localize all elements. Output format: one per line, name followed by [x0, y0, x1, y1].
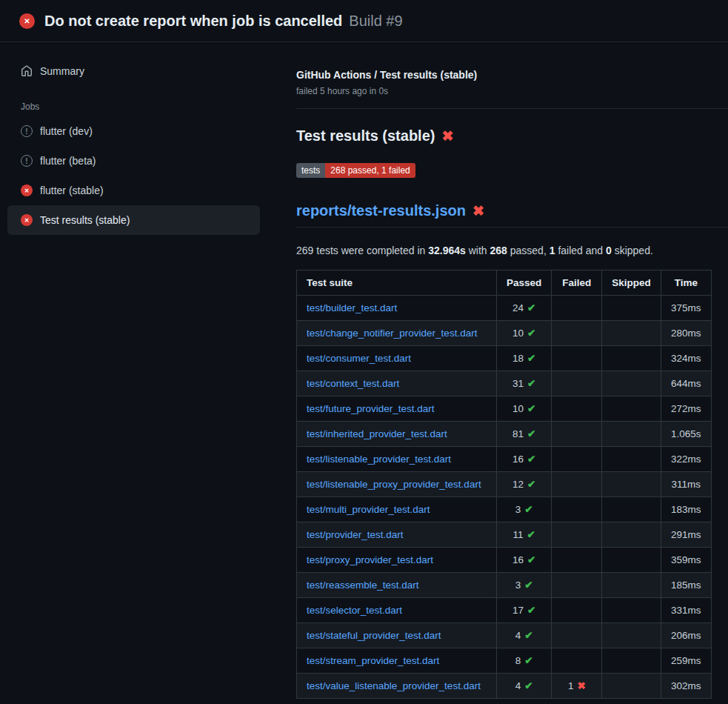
- test-suite-row: test/selector_test.dart17✔331ms: [297, 598, 712, 623]
- test-suite-link[interactable]: test/value_listenable_provider_test.dart: [307, 680, 481, 691]
- sidebar-item-flutter-stable[interactable]: ✕ flutter (stable): [7, 176, 260, 205]
- skipped-cell: [602, 623, 661, 648]
- passed-count: 10: [512, 403, 524, 414]
- suite-cell: test/value_listenable_provider_test.dart: [297, 674, 497, 699]
- time-cell: 311ms: [661, 472, 711, 497]
- time-cell: 259ms: [661, 648, 711, 674]
- badge-label: tests: [296, 163, 325, 178]
- failed-cell: [552, 598, 602, 623]
- header-time: Time: [661, 270, 711, 296]
- test-suite-link[interactable]: test/selector_test.dart: [307, 605, 402, 616]
- summary-text: 269 tests were completed in: [296, 245, 428, 256]
- test-suite-link[interactable]: test/context_test.dart: [307, 378, 399, 389]
- check-icon: ✔: [527, 302, 535, 313]
- check-icon: ✔: [524, 680, 532, 691]
- passed-count: 10: [512, 328, 524, 339]
- test-suite-link[interactable]: test/proxy_provider_test.dart: [307, 554, 433, 565]
- header-test-suite: Test suite: [297, 270, 497, 296]
- sidebar-item-flutter-dev[interactable]: ! flutter (dev): [7, 116, 260, 146]
- x-icon: ✖: [577, 680, 585, 691]
- report-link[interactable]: reports/test-results.json: [296, 202, 466, 219]
- suite-cell: test/multi_provider_test.dart: [297, 497, 497, 522]
- test-suite-link[interactable]: test/multi_provider_test.dart: [307, 504, 430, 515]
- summary-passed: 268: [490, 245, 507, 256]
- test-suite-row: test/stateful_provider_test.dart4✔206ms: [297, 623, 712, 648]
- header: ✕ Do not create report when job is cance…: [0, 0, 728, 42]
- passed-count: 24: [512, 302, 524, 313]
- passed-cell: 10✔: [497, 396, 552, 422]
- skipped-cell: [602, 522, 661, 548]
- skipped-cell: [602, 371, 661, 396]
- badge-value: 268 passed, 1 failed: [325, 163, 415, 178]
- passed-cell: 31✔: [497, 371, 552, 396]
- passed-cell: 18✔: [497, 346, 552, 371]
- test-suite-link[interactable]: test/change_notifier_provider_test.dart: [307, 328, 477, 339]
- summary-failed: 1: [550, 245, 555, 256]
- build-number: Build #9: [349, 13, 402, 30]
- test-suite-link[interactable]: test/stream_provider_test.dart: [307, 655, 439, 666]
- check-icon: ✔: [524, 630, 532, 641]
- skipped-cell: [602, 447, 661, 472]
- test-suite-link[interactable]: test/listenable_proxy_provider_test.dart: [307, 479, 481, 490]
- time-cell: 331ms: [661, 598, 711, 623]
- time-cell: 291ms: [661, 522, 711, 548]
- failed-cell: [552, 296, 602, 321]
- summary-line: 269 tests were completed in 32.964s with…: [296, 245, 728, 256]
- test-suite-row: test/future_provider_test.dart10✔272ms: [297, 396, 712, 422]
- skipped-cell: [602, 321, 661, 346]
- test-suite-link[interactable]: test/builder_test.dart: [307, 302, 397, 313]
- sidebar: Summary Jobs ! flutter (dev) ! flutter (…: [0, 42, 267, 699]
- test-suite-link[interactable]: test/stateful_provider_test.dart: [307, 630, 441, 641]
- failed-cell: [552, 648, 602, 674]
- test-suite-link[interactable]: test/consumer_test.dart: [307, 353, 411, 364]
- test-suite-link[interactable]: test/reassemble_test.dart: [307, 580, 419, 591]
- passed-cell: 4✔: [497, 623, 552, 648]
- time-cell: 1.065s: [661, 422, 711, 447]
- header-failed: Failed: [552, 270, 602, 296]
- check-icon: ✔: [527, 378, 535, 389]
- check-icon: ✔: [527, 605, 535, 616]
- suite-cell: test/listenable_proxy_provider_test.dart: [297, 472, 497, 497]
- test-suite-link[interactable]: test/future_provider_test.dart: [307, 403, 435, 414]
- passed-cell: 8✔: [497, 648, 552, 674]
- suite-cell: test/context_test.dart: [297, 371, 497, 396]
- tests-badge: tests 268 passed, 1 failed: [296, 163, 415, 178]
- sidebar-item-flutter-beta[interactable]: ! flutter (beta): [7, 146, 260, 176]
- suite-cell: test/change_notifier_provider_test.dart: [297, 321, 497, 346]
- run-meta: failed 5 hours ago in 0s: [296, 86, 728, 96]
- time-cell: 280ms: [661, 321, 711, 346]
- sidebar-item-test-results-stable[interactable]: ✕ Test results (stable): [7, 205, 260, 235]
- divider: [296, 108, 728, 109]
- jobs-section-label: Jobs: [21, 102, 260, 112]
- job-label: flutter (beta): [40, 155, 96, 167]
- suite-cell: test/proxy_provider_test.dart: [297, 548, 497, 573]
- time-cell: 272ms: [661, 396, 711, 422]
- failed-cell: [552, 497, 602, 522]
- check-icon: ✔: [527, 454, 535, 465]
- failed-cell: [552, 321, 602, 346]
- time-cell: 183ms: [661, 497, 711, 522]
- summary-duration: 32.964s: [428, 245, 466, 256]
- passed-count: 12: [512, 479, 524, 490]
- check-icon: ✔: [527, 529, 535, 540]
- test-suite-row: test/proxy_provider_test.dart16✔359ms: [297, 548, 712, 573]
- test-suite-row: test/listenable_provider_test.dart16✔322…: [297, 447, 712, 472]
- suite-cell: test/provider_test.dart: [297, 522, 497, 548]
- suite-cell: test/reassemble_test.dart: [297, 573, 497, 598]
- sidebar-item-summary[interactable]: Summary: [7, 60, 260, 82]
- job-label: flutter (dev): [40, 125, 93, 137]
- failed-cell: [552, 447, 602, 472]
- test-suite-link[interactable]: test/listenable_provider_test.dart: [307, 454, 451, 465]
- test-suite-link[interactable]: test/provider_test.dart: [307, 529, 404, 540]
- passed-count: 11: [512, 529, 523, 540]
- test-suite-row: test/consumer_test.dart18✔324ms: [297, 346, 712, 371]
- passed-cell: 4✔: [497, 674, 552, 699]
- skipped-cell: [602, 674, 661, 699]
- jobs-list: ! flutter (dev) ! flutter (beta) ✕ flutt…: [7, 116, 260, 235]
- passed-cell: 11✔: [497, 522, 552, 548]
- test-suite-link[interactable]: test/inherited_provider_test.dart: [307, 428, 447, 439]
- section-title: Test results (stable) ✖: [296, 127, 728, 145]
- skipped-cell: [602, 346, 661, 371]
- skipped-cell: [602, 396, 661, 422]
- skipped-cell: [602, 648, 661, 674]
